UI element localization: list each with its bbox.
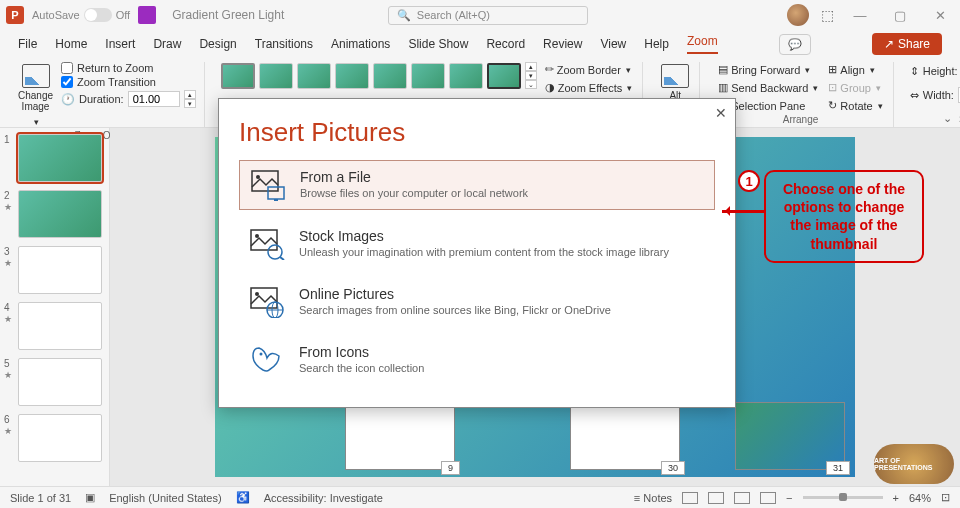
option-from-icons[interactable]: From Icons Search the icon collection — [239, 336, 715, 384]
gallery-up[interactable]: ▴ — [525, 62, 537, 71]
slide-thumbnail[interactable]: 1 — [4, 134, 105, 182]
duration-down[interactable]: ▾ — [184, 99, 196, 108]
dialog-close-button[interactable]: ✕ — [715, 105, 727, 121]
language-status[interactable]: English (United States) — [109, 492, 222, 504]
style-thumb[interactable] — [259, 63, 293, 89]
tab-transitions[interactable]: Transitions — [255, 37, 313, 51]
document-title: Gradient Green Light — [172, 8, 284, 22]
ribbon-mode-icon[interactable]: ⬚ — [821, 7, 834, 23]
slide-thumbnail[interactable]: 4★ — [4, 302, 105, 350]
accessibility-status[interactable]: Accessibility: Investigate — [264, 492, 383, 504]
tab-slideshow[interactable]: Slide Show — [408, 37, 468, 51]
change-image-icon — [22, 64, 50, 88]
tab-view[interactable]: View — [600, 37, 626, 51]
close-button[interactable]: ✕ — [926, 5, 954, 25]
ribbon-tabs: File Home Insert Draw Design Transitions… — [0, 30, 960, 58]
maximize-button[interactable]: ▢ — [886, 5, 914, 25]
icons-icon — [249, 344, 285, 376]
save-icon[interactable] — [138, 6, 156, 24]
bring-forward-button[interactable]: ▤ Bring Forward — [716, 62, 820, 77]
tab-zoom[interactable]: Zoom — [687, 34, 718, 54]
slide-counter[interactable]: Slide 1 of 31 — [10, 492, 71, 504]
option-online-pictures[interactable]: Online Pictures Search images from onlin… — [239, 278, 715, 326]
search-input[interactable]: 🔍 Search (Alt+Q) — [388, 6, 588, 25]
slide-thumbnail[interactable]: 3★ — [4, 246, 105, 294]
style-thumb[interactable] — [297, 63, 331, 89]
duration-label: Duration: — [79, 93, 124, 105]
tab-review[interactable]: Review — [543, 37, 582, 51]
share-label: Share — [898, 37, 930, 51]
gallery-more[interactable]: ⌄ — [525, 80, 537, 89]
duration-input[interactable] — [128, 91, 180, 107]
zoom-frame[interactable]: 31 — [735, 402, 845, 470]
zoom-frame[interactable]: 30 — [570, 402, 680, 470]
zoom-transition-checkbox[interactable]: Zoom Transition — [61, 76, 196, 88]
notes-button[interactable]: ≡ Notes — [634, 492, 672, 504]
style-thumb[interactable] — [449, 63, 483, 89]
user-avatar[interactable] — [787, 4, 809, 26]
annotation-arrow — [722, 210, 764, 213]
duration-up[interactable]: ▴ — [184, 90, 196, 99]
tab-animations[interactable]: Animations — [331, 37, 390, 51]
style-thumb[interactable] — [411, 63, 445, 89]
alt-text-icon — [661, 64, 689, 88]
normal-view-icon[interactable] — [682, 492, 698, 504]
slide-thumbnail[interactable]: 2★ — [4, 190, 105, 238]
option-desc: Search the icon collection — [299, 362, 424, 374]
minimize-button[interactable]: — — [846, 5, 874, 25]
zoom-border-button[interactable]: ✏ Zoom Border — [543, 62, 635, 77]
autosave-toggle[interactable]: AutoSave Off — [32, 8, 130, 22]
option-title: From Icons — [299, 344, 424, 360]
tab-help[interactable]: Help — [644, 37, 669, 51]
dialog-title: Insert Pictures — [219, 99, 735, 160]
style-thumb[interactable] — [221, 63, 255, 89]
insert-pictures-dialog: ✕ Insert Pictures From a File Browse fil… — [218, 98, 736, 408]
svg-point-1 — [256, 175, 260, 179]
group-button[interactable]: ⊡ Group — [826, 80, 884, 95]
sorter-view-icon[interactable] — [708, 492, 724, 504]
annotation-number: 1 — [738, 170, 760, 192]
return-to-zoom-checkbox[interactable]: Return to Zoom — [61, 62, 196, 74]
zoom-frame[interactable]: 9 — [345, 402, 455, 470]
zoom-style-gallery[interactable]: ▴▾⌄ — [221, 62, 537, 89]
style-thumb[interactable] — [373, 63, 407, 89]
change-image-button[interactable]: Change Image — [16, 62, 55, 130]
share-button[interactable]: ↗ Share — [872, 33, 942, 55]
rotate-button[interactable]: ↻ Rotate — [826, 98, 884, 113]
clock-icon: 🕐 — [61, 93, 75, 106]
tab-insert[interactable]: Insert — [105, 37, 135, 51]
gallery-down[interactable]: ▾ — [525, 71, 537, 80]
option-stock-images[interactable]: Stock Images Unleash your imagination wi… — [239, 220, 715, 268]
ribbon-group-arrange: ▤ Bring Forward ▥ Send Backward ▦ Select… — [708, 62, 893, 127]
tab-record[interactable]: Record — [486, 37, 525, 51]
style-thumb[interactable] — [487, 63, 521, 89]
watermark-logo: ART OF PRESENTATIONS — [874, 444, 954, 484]
option-from-file[interactable]: From a File Browse files on your compute… — [239, 160, 715, 210]
comments-button[interactable]: 💬 — [779, 34, 811, 55]
style-thumb[interactable] — [335, 63, 369, 89]
zoom-level[interactable]: 64% — [909, 492, 931, 504]
collapse-ribbon-icon[interactable]: ⌄ — [943, 112, 952, 125]
tab-draw[interactable]: Draw — [153, 37, 181, 51]
align-button[interactable]: ⊞ Align — [826, 62, 884, 77]
zoom-slider[interactable] — [803, 496, 883, 499]
stock-images-icon — [249, 228, 285, 260]
slide-thumbnail-panel[interactable]: 1 2★ 3★ 4★ 5★ 6★ — [0, 128, 110, 486]
option-title: Online Pictures — [299, 286, 611, 302]
slideshow-view-icon[interactable] — [760, 492, 776, 504]
slide-thumbnail[interactable]: 5★ — [4, 358, 105, 406]
svg-point-9 — [255, 292, 259, 296]
tab-design[interactable]: Design — [199, 37, 236, 51]
zoom-effects-button[interactable]: ◑ Zoom Effects — [543, 80, 635, 95]
option-desc: Search images from online sources like B… — [299, 304, 611, 316]
send-backward-button[interactable]: ▥ Send Backward — [716, 80, 820, 95]
online-pictures-icon — [249, 286, 285, 318]
tab-file[interactable]: File — [18, 37, 37, 51]
toggle-switch[interactable] — [84, 8, 112, 22]
tab-home[interactable]: Home — [55, 37, 87, 51]
slide-thumbnail[interactable]: 6★ — [4, 414, 105, 462]
zoom-out-button[interactable]: − — [786, 492, 792, 504]
reading-view-icon[interactable] — [734, 492, 750, 504]
fit-to-window-button[interactable]: ⊡ — [941, 491, 950, 504]
zoom-in-button[interactable]: + — [893, 492, 899, 504]
